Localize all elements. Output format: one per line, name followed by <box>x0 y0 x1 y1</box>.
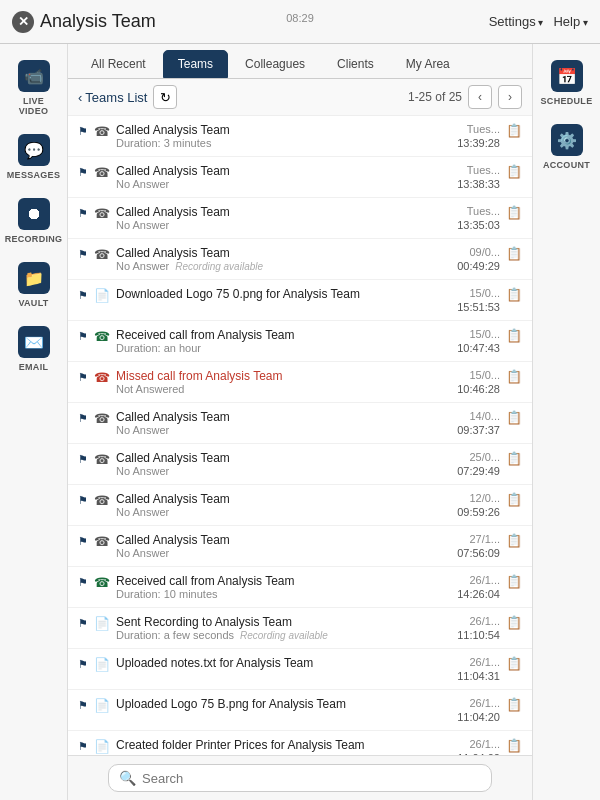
sub-text: No Answer <box>116 465 169 477</box>
sidebar-item-recording[interactable]: ⏺ RECORDING <box>4 190 64 252</box>
activity-sub: Duration: 10 minutes <box>116 588 451 600</box>
activity-title: Called Analysis Team <box>116 410 451 424</box>
refresh-button[interactable]: ↻ <box>153 85 177 109</box>
doc-icon: 📋 <box>506 615 522 630</box>
activity-title: Called Analysis Team <box>116 205 451 219</box>
sidebar-label-vault: VAULT <box>18 298 48 308</box>
list-item[interactable]: ⚑ ☎ Called Analysis Team No Answer Tues.… <box>68 157 532 198</box>
list-item[interactable]: ⚑ ☎ Called Analysis Team Duration: 3 min… <box>68 116 532 157</box>
list-item[interactable]: ⚑ 📄 Uploaded notes.txt for Analysis Team… <box>68 649 532 690</box>
back-label: Teams List <box>85 90 147 105</box>
next-page-button[interactable]: › <box>498 85 522 109</box>
activity-title: Downloaded Logo 75 0.png for Analysis Te… <box>116 287 451 301</box>
pagination-label: 1-25 of 25 <box>408 90 462 104</box>
search-bar: 🔍 <box>68 755 532 800</box>
sidebar-item-vault[interactable]: 📁 VAULT <box>4 254 64 316</box>
list-item[interactable]: ⚑ ☎ Missed call from Analysis Team Not A… <box>68 362 532 403</box>
tab-teams[interactable]: Teams <box>163 50 228 78</box>
settings-button[interactable]: Settings <box>489 14 544 29</box>
activity-sub: Not Answered <box>116 383 451 395</box>
type-icon: 📄 <box>94 616 110 631</box>
list-item[interactable]: ⚑ ☎ Called Analysis Team No Answer 27/1.… <box>68 526 532 567</box>
doc-icon: 📋 <box>506 656 522 671</box>
activity-date: Tues... <box>467 123 500 135</box>
activity-meta: 26/1... 11:04:31 <box>457 656 500 682</box>
sidebar-label-live-video: LIVE VIDEO <box>8 96 60 116</box>
flag-icon: ⚑ <box>78 494 88 507</box>
list-item[interactable]: ⚑ ☎ Called Analysis Team No Answer 25/0.… <box>68 444 532 485</box>
search-input[interactable] <box>142 771 481 786</box>
recording-icon: ⏺ <box>18 198 50 230</box>
activity-date: 27/1... <box>469 533 500 545</box>
list-item[interactable]: ⚑ ☎ Called Analysis Team No Answer 14/0.… <box>68 403 532 444</box>
app-header: ✕ Analysis Team 08:29 Settings Help <box>0 0 600 44</box>
flag-icon: ⚑ <box>78 371 88 384</box>
list-item[interactable]: ⚑ 📄 Sent Recording to Analysis Team Dura… <box>68 608 532 649</box>
sidebar-item-messages[interactable]: 💬 MESSAGES <box>4 126 64 188</box>
list-item[interactable]: ⚑ ☎ Called Analysis Team No Answer Tues.… <box>68 198 532 239</box>
close-button[interactable]: ✕ <box>12 11 34 33</box>
activity-date: 09/0... <box>469 246 500 258</box>
help-button[interactable]: Help <box>553 14 588 29</box>
activity-body: Downloaded Logo 75 0.png for Analysis Te… <box>116 287 451 301</box>
activity-time: 11:10:54 <box>457 629 500 641</box>
messages-icon: 💬 <box>18 134 50 166</box>
list-item[interactable]: ⚑ 📄 Downloaded Logo 75 0.png for Analysi… <box>68 280 532 321</box>
activity-sub: No Answer Recording available <box>116 260 451 272</box>
back-button[interactable]: ‹ Teams List <box>78 90 147 105</box>
list-item[interactable]: ⚑ 📄 Created folder Printer Prices for An… <box>68 731 532 755</box>
content-area: All Recent Teams Colleagues Clients My A… <box>68 44 532 800</box>
sub-text: Duration: an hour <box>116 342 201 354</box>
activity-time: 13:35:03 <box>457 219 500 231</box>
sidebar-item-email[interactable]: ✉️ EMAIL <box>4 318 64 380</box>
activity-meta: 15/0... 10:46:28 <box>457 369 500 395</box>
type-icon: ☎ <box>94 370 110 385</box>
activity-body: Called Analysis Team No Answer <box>116 451 451 477</box>
sub-text: Duration: 3 minutes <box>116 137 211 149</box>
list-item[interactable]: ⚑ ☎ Received call from Analysis Team Dur… <box>68 567 532 608</box>
doc-icon: 📋 <box>506 533 522 548</box>
activity-body: Uploaded Logo 75 B.png for Analysis Team <box>116 697 451 711</box>
activity-title: Sent Recording to Analysis Team <box>116 615 451 629</box>
activity-meta: Tues... 13:35:03 <box>457 205 500 231</box>
tab-my-area[interactable]: My Area <box>391 50 465 78</box>
sub-text: No Answer <box>116 506 169 518</box>
tab-all-recent[interactable]: All Recent <box>76 50 161 78</box>
flag-icon: ⚑ <box>78 576 88 589</box>
sidebar-item-account[interactable]: ⚙️ ACCOUNT <box>537 116 597 178</box>
activity-meta: Tues... 13:39:28 <box>457 123 500 149</box>
type-icon: ☎ <box>94 452 110 467</box>
list-item[interactable]: ⚑ ☎ Called Analysis Team No Answer Recor… <box>68 239 532 280</box>
activity-sub: No Answer <box>116 547 451 559</box>
sidebar-label-email: EMAIL <box>19 362 49 372</box>
tab-clients[interactable]: Clients <box>322 50 389 78</box>
activity-date: 25/0... <box>469 451 500 463</box>
list-item[interactable]: ⚑ ☎ Received call from Analysis Team Dur… <box>68 321 532 362</box>
activity-date: 26/1... <box>469 615 500 627</box>
activity-sub: Duration: 3 minutes <box>116 137 451 149</box>
activity-time: 00:49:29 <box>457 260 500 272</box>
activity-date: 26/1... <box>469 574 500 586</box>
list-item[interactable]: ⚑ ☎ Called Analysis Team No Answer 12/0.… <box>68 485 532 526</box>
activity-title: Received call from Analysis Team <box>116 574 451 588</box>
sub-text: No Answer <box>116 260 169 272</box>
activity-time: 07:29:49 <box>457 465 500 477</box>
tab-colleagues[interactable]: Colleagues <box>230 50 320 78</box>
activity-meta: 15/0... 15:51:53 <box>457 287 500 313</box>
activity-time: 09:37:37 <box>457 424 500 436</box>
list-item[interactable]: ⚑ 📄 Uploaded Logo 75 B.png for Analysis … <box>68 690 532 731</box>
activity-body: Sent Recording to Analysis Team Duration… <box>116 615 451 641</box>
activity-sub: Duration: a few seconds Recording availa… <box>116 629 451 641</box>
sidebar-item-live-video[interactable]: 📹 LIVE VIDEO <box>4 52 64 124</box>
sub-text: No Answer <box>116 547 169 559</box>
schedule-icon: 📅 <box>551 60 583 92</box>
sub-text: Duration: a few seconds <box>116 629 234 641</box>
type-icon: ☎ <box>94 165 110 180</box>
activity-date: 26/1... <box>469 738 500 750</box>
prev-page-button[interactable]: ‹ <box>468 85 492 109</box>
activity-body: Called Analysis Team No Answer Recording… <box>116 246 451 272</box>
type-icon: ☎ <box>94 124 110 139</box>
sidebar-item-schedule[interactable]: 📅 SCHEDULE <box>537 52 597 114</box>
activity-meta: 26/1... 11:04:02 <box>457 738 500 755</box>
type-icon: ☎ <box>94 411 110 426</box>
